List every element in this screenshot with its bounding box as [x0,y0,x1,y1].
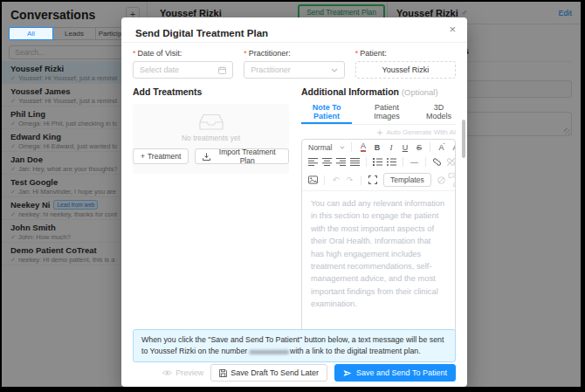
practitioner-select[interactable]: Practitioner [244,61,344,79]
font-color-icon[interactable]: A [356,141,369,153]
modal-title: Send Digital Treatment Plan [135,28,268,38]
toolbar-separator [403,157,403,167]
patient-value: Youssef Rizki [382,65,429,74]
additional-information-section: Additional Information (Optional) Note T… [301,86,456,357]
chevron-down-icon [340,146,345,149]
required-marker: * [355,49,359,58]
date-placeholder: Select date [140,65,179,74]
add-treatment-button[interactable]: +Treatment [133,148,189,164]
empty-inbox-icon [199,113,224,131]
tab-all[interactable]: All [9,27,53,40]
horizontal-rule-icon[interactable]: — [408,156,421,168]
send-treatment-plan-modal: Send Digital Treatment Plan × *Date of V… [121,17,467,387]
masked-phone-number: ▅▅▅▅▅▅▅▅▅▅ [250,347,288,356]
bold-icon[interactable]: B [370,141,383,153]
unlink-icon[interactable] [444,156,456,168]
close-icon[interactable]: × [449,23,456,37]
import-icon [203,153,210,161]
date-of-visit-input[interactable]: Select date [133,61,233,79]
toolbar-separator [425,157,426,167]
tab-3d-models[interactable]: 3D Models [422,100,456,124]
toolbar-separator [324,175,325,185]
tab-patient-images[interactable]: Patient Images [363,100,410,124]
preview-button[interactable]: Preview [162,368,203,377]
app-screen: Conversations + All Leads Participating … [2,2,581,387]
additional-info-tabs: Note To Patient Patient Images 3D Models [301,100,456,125]
font-size-decrease-icon[interactable]: Aˇ [449,141,456,153]
required-marker: * [244,49,247,58]
toolbar-separator [366,157,367,167]
send-notice: When you click the "Save and Send To Pat… [133,329,456,362]
patient-label: *Patient: [355,49,456,58]
modal-scrollbar[interactable] [462,120,465,158]
align-left-icon[interactable] [306,156,320,168]
sparkle-icon [376,129,383,136]
font-size-increase-icon[interactable]: Aˆ [435,141,448,153]
modal-header: Send Digital Treatment Plan × [121,17,467,43]
modal-form-row: *Date of Visit: Select date *Practitione… [121,43,467,79]
optional-label: (Optional) [402,87,438,97]
italic-icon[interactable]: I [384,141,397,153]
editor-toolbar-row1: Normal A B I U S Aˆ Aˇ Tx [302,140,455,155]
treatments-empty-state: No treatments yet +Treatment Import Trea… [133,104,289,174]
tab-note-to-patient[interactable]: Note To Patient [301,100,352,124]
redo-icon[interactable]: ↷ [343,175,356,186]
unordered-list-icon[interactable] [385,156,398,168]
clear-all-icon [437,176,445,184]
modal-footer: Preview Save Draft To Send Later Save an… [162,364,456,382]
format-select[interactable]: Normal [306,143,347,152]
underline-icon[interactable]: U [398,141,411,153]
editor-toolbar-row3: ↶ ↷ Templates Clear all [302,169,455,190]
note-editor[interactable]: Normal A B I U S Aˆ Aˇ Tx [301,139,456,357]
undo-icon[interactable]: ↶ [329,175,342,186]
add-treatments-heading: Add Treatments [133,86,289,97]
toolbar-separator [430,142,430,152]
save-and-send-button[interactable]: Save and Send To Patient [334,364,456,382]
editor-placeholder: You can add any relevant information in … [302,190,455,317]
date-of-visit-label: *Date of Visit: [133,49,233,58]
align-justify-icon[interactable] [348,156,361,168]
plus-icon: + [141,152,145,161]
align-right-icon[interactable] [334,156,348,168]
send-icon [343,369,352,377]
templates-button[interactable]: Templates [383,173,431,187]
patient-field[interactable]: Youssef Rizki [355,61,456,79]
calendar-icon [218,66,226,74]
add-treatments-section: Add Treatments No treatments yet +Treatm… [133,86,289,357]
align-center-icon[interactable] [320,156,334,168]
additional-information-heading: Additional Information (Optional) [301,86,456,97]
editor-toolbar-row2: — [302,155,455,169]
save-icon [219,369,227,377]
insert-image-icon[interactable] [306,175,320,186]
link-icon[interactable] [430,156,444,168]
practitioner-label: *Practitioner: [244,49,344,58]
toolbar-separator [351,142,352,152]
toolbar-separator [361,175,361,185]
ordered-list-icon[interactable] [371,156,384,168]
app-window: Conversations + All Leads Participating … [0,0,585,392]
fullscreen-icon[interactable] [366,175,379,186]
practitioner-placeholder: Practitioner [251,65,291,74]
import-treatment-plan-button[interactable]: Import Treatment Plan [195,148,289,164]
strikethrough-icon[interactable]: S [412,141,425,153]
clear-all-button[interactable]: Clear all [437,171,456,189]
chevron-down-icon [331,68,338,72]
auto-generate-ai-button[interactable]: Auto Generate With AI [301,128,456,136]
empty-state-text: No treatments yet [182,134,240,142]
required-marker: * [133,49,136,58]
eye-icon [162,369,172,376]
save-draft-button[interactable]: Save Draft To Send Later [210,364,327,382]
